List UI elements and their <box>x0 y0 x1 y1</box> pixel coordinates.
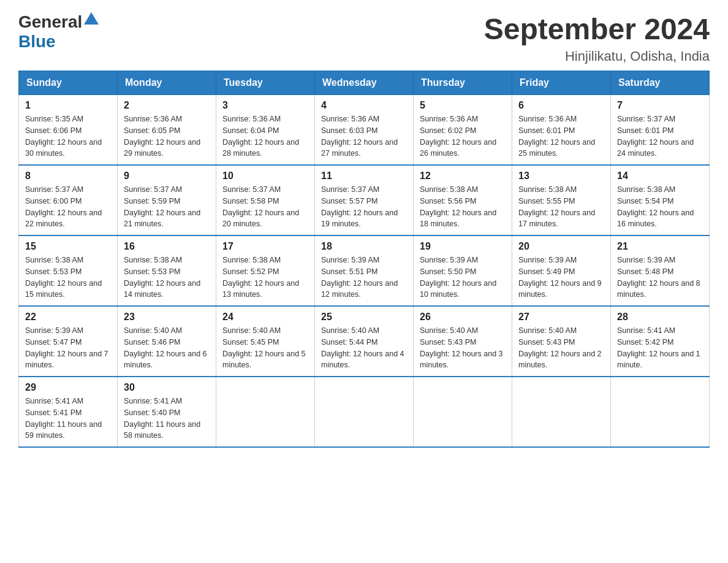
day-info: Sunrise: 5:36 AMSunset: 6:02 PMDaylight:… <box>420 113 506 159</box>
day-info: Sunrise: 5:40 AMSunset: 5:44 PMDaylight:… <box>321 325 407 371</box>
table-row: 24 Sunrise: 5:40 AMSunset: 5:45 PMDaylig… <box>216 306 315 377</box>
table-row: 4 Sunrise: 5:36 AMSunset: 6:03 PMDayligh… <box>315 95 414 166</box>
day-number: 27 <box>518 312 604 323</box>
day-info: Sunrise: 5:38 AMSunset: 5:56 PMDaylight:… <box>420 184 506 230</box>
col-friday: Friday <box>512 71 611 95</box>
calendar-month-year: September 2024 <box>484 12 710 46</box>
table-row <box>611 377 710 447</box>
calendar-week-row: 1 Sunrise: 5:35 AMSunset: 6:06 PMDayligh… <box>19 95 710 166</box>
day-number: 6 <box>518 100 604 111</box>
table-row: 28 Sunrise: 5:41 AMSunset: 5:42 PMDaylig… <box>611 306 710 377</box>
day-number: 2 <box>124 100 210 111</box>
col-thursday: Thursday <box>414 71 512 95</box>
table-row: 2 Sunrise: 5:36 AMSunset: 6:05 PMDayligh… <box>118 95 216 166</box>
day-info: Sunrise: 5:40 AMSunset: 5:43 PMDaylight:… <box>518 325 604 371</box>
day-number: 4 <box>321 100 407 111</box>
day-number: 30 <box>124 382 210 393</box>
day-number: 12 <box>420 170 506 182</box>
day-info: Sunrise: 5:38 AMSunset: 5:53 PMDaylight:… <box>25 255 111 301</box>
day-number: 21 <box>617 241 703 252</box>
day-number: 19 <box>420 241 506 252</box>
day-info: Sunrise: 5:41 AMSunset: 5:40 PMDaylight:… <box>124 396 210 442</box>
table-row: 9 Sunrise: 5:37 AMSunset: 5:59 PMDayligh… <box>118 165 216 236</box>
col-saturday: Saturday <box>611 71 710 95</box>
day-info: Sunrise: 5:39 AMSunset: 5:49 PMDaylight:… <box>518 255 604 301</box>
day-info: Sunrise: 5:36 AMSunset: 6:03 PMDaylight:… <box>321 113 407 159</box>
table-row: 14 Sunrise: 5:38 AMSunset: 5:54 PMDaylig… <box>611 165 710 236</box>
logo-general-text: General <box>18 12 82 32</box>
day-info: Sunrise: 5:37 AMSunset: 5:57 PMDaylight:… <box>321 184 407 230</box>
day-number: 29 <box>25 382 111 393</box>
logo: General Blue <box>18 12 99 52</box>
table-row: 21 Sunrise: 5:39 AMSunset: 5:48 PMDaylig… <box>611 236 710 306</box>
day-info: Sunrise: 5:38 AMSunset: 5:55 PMDaylight:… <box>518 184 604 230</box>
day-number: 17 <box>222 241 308 252</box>
day-number: 1 <box>25 100 111 111</box>
day-number: 22 <box>25 312 111 323</box>
col-tuesday: Tuesday <box>216 71 315 95</box>
table-row: 10 Sunrise: 5:37 AMSunset: 5:58 PMDaylig… <box>216 165 315 236</box>
table-row <box>216 377 315 447</box>
calendar-title-section: September 2024 Hinjilikatu, Odisha, Indi… <box>484 12 710 64</box>
table-row <box>414 377 512 447</box>
page-header: General Blue September 2024 Hinjilikatu,… <box>18 12 710 64</box>
day-info: Sunrise: 5:35 AMSunset: 6:06 PMDaylight:… <box>25 113 111 159</box>
day-info: Sunrise: 5:41 AMSunset: 5:42 PMDaylight:… <box>617 325 703 371</box>
table-row: 6 Sunrise: 5:36 AMSunset: 6:01 PMDayligh… <box>512 95 611 166</box>
day-number: 20 <box>518 241 604 252</box>
day-info: Sunrise: 5:37 AMSunset: 6:00 PMDaylight:… <box>25 184 111 230</box>
table-row: 29 Sunrise: 5:41 AMSunset: 5:41 PMDaylig… <box>19 377 118 447</box>
calendar-week-row: 29 Sunrise: 5:41 AMSunset: 5:41 PMDaylig… <box>19 377 710 447</box>
day-number: 15 <box>25 241 111 252</box>
day-number: 11 <box>321 170 407 182</box>
day-info: Sunrise: 5:37 AMSunset: 5:58 PMDaylight:… <box>222 184 308 230</box>
table-row <box>512 377 611 447</box>
day-info: Sunrise: 5:39 AMSunset: 5:51 PMDaylight:… <box>321 255 407 301</box>
logo-blue-text: Blue <box>18 32 56 51</box>
day-info: Sunrise: 5:39 AMSunset: 5:47 PMDaylight:… <box>25 325 111 371</box>
table-row: 19 Sunrise: 5:39 AMSunset: 5:50 PMDaylig… <box>414 236 512 306</box>
day-info: Sunrise: 5:36 AMSunset: 6:04 PMDaylight:… <box>222 113 308 159</box>
table-row: 30 Sunrise: 5:41 AMSunset: 5:40 PMDaylig… <box>118 377 216 447</box>
day-number: 23 <box>124 312 210 323</box>
table-row: 8 Sunrise: 5:37 AMSunset: 6:00 PMDayligh… <box>19 165 118 236</box>
table-row: 7 Sunrise: 5:37 AMSunset: 6:01 PMDayligh… <box>611 95 710 166</box>
col-sunday: Sunday <box>19 71 118 95</box>
calendar-week-row: 8 Sunrise: 5:37 AMSunset: 6:00 PMDayligh… <box>19 165 710 236</box>
day-number: 10 <box>222 170 308 182</box>
table-row: 13 Sunrise: 5:38 AMSunset: 5:55 PMDaylig… <box>512 165 611 236</box>
day-info: Sunrise: 5:38 AMSunset: 5:52 PMDaylight:… <box>222 255 308 301</box>
table-row: 16 Sunrise: 5:38 AMSunset: 5:53 PMDaylig… <box>118 236 216 306</box>
day-number: 14 <box>617 170 703 182</box>
col-monday: Monday <box>118 71 216 95</box>
day-number: 5 <box>420 100 506 111</box>
calendar-week-row: 22 Sunrise: 5:39 AMSunset: 5:47 PMDaylig… <box>19 306 710 377</box>
day-number: 28 <box>617 312 703 323</box>
day-info: Sunrise: 5:40 AMSunset: 5:46 PMDaylight:… <box>124 325 210 371</box>
day-number: 26 <box>420 312 506 323</box>
table-row: 27 Sunrise: 5:40 AMSunset: 5:43 PMDaylig… <box>512 306 611 377</box>
calendar-location: Hinjilikatu, Odisha, India <box>484 48 710 64</box>
table-row: 20 Sunrise: 5:39 AMSunset: 5:49 PMDaylig… <box>512 236 611 306</box>
day-number: 16 <box>124 241 210 252</box>
day-info: Sunrise: 5:38 AMSunset: 5:54 PMDaylight:… <box>617 184 703 230</box>
table-row: 18 Sunrise: 5:39 AMSunset: 5:51 PMDaylig… <box>315 236 414 306</box>
table-row: 25 Sunrise: 5:40 AMSunset: 5:44 PMDaylig… <box>315 306 414 377</box>
col-wednesday: Wednesday <box>315 71 414 95</box>
day-number: 25 <box>321 312 407 323</box>
calendar-week-row: 15 Sunrise: 5:38 AMSunset: 5:53 PMDaylig… <box>19 236 710 306</box>
day-number: 24 <box>222 312 308 323</box>
day-number: 7 <box>617 100 703 111</box>
day-number: 13 <box>518 170 604 182</box>
day-info: Sunrise: 5:40 AMSunset: 5:45 PMDaylight:… <box>222 325 308 371</box>
day-info: Sunrise: 5:40 AMSunset: 5:43 PMDaylight:… <box>420 325 506 371</box>
table-row: 23 Sunrise: 5:40 AMSunset: 5:46 PMDaylig… <box>118 306 216 377</box>
day-number: 18 <box>321 241 407 252</box>
table-row <box>315 377 414 447</box>
calendar-table: Sunday Monday Tuesday Wednesday Thursday… <box>18 71 710 448</box>
day-info: Sunrise: 5:41 AMSunset: 5:41 PMDaylight:… <box>25 396 111 442</box>
table-row: 3 Sunrise: 5:36 AMSunset: 6:04 PMDayligh… <box>216 95 315 166</box>
day-number: 8 <box>25 170 111 182</box>
table-row: 5 Sunrise: 5:36 AMSunset: 6:02 PMDayligh… <box>414 95 512 166</box>
day-number: 3 <box>222 100 308 111</box>
